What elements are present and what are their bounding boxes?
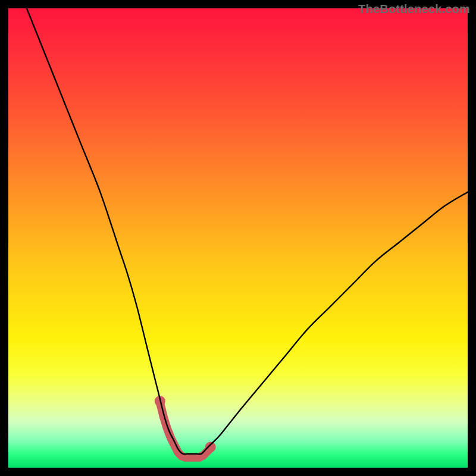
chart-frame: TheBottleneck.com — [0, 0, 476, 476]
plot-area — [8, 8, 468, 468]
flat-bottom-highlight — [155, 396, 216, 461]
bottleneck-curve-svg — [8, 8, 468, 468]
curve-path — [27, 8, 468, 454]
flat-region-dot — [205, 441, 216, 452]
